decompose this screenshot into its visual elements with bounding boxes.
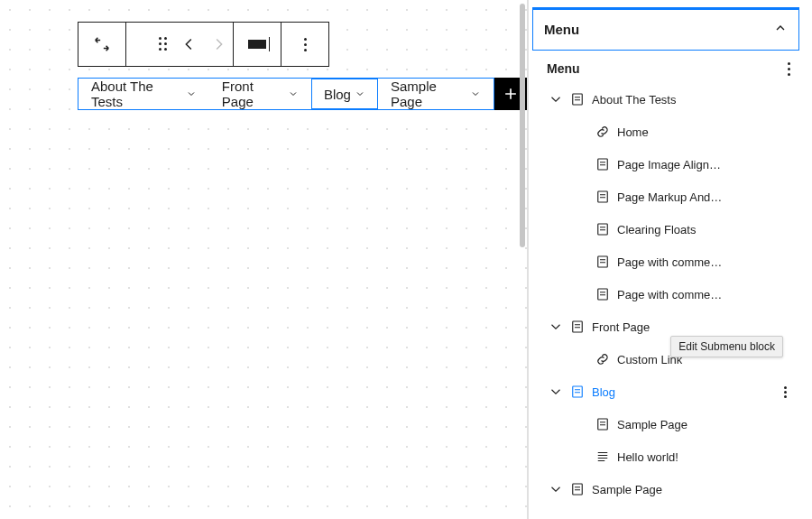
- tree-item[interactable]: About The Tests: [529, 83, 812, 116]
- tree-item-label: Clearing Floats: [614, 223, 794, 236]
- page-icon: [592, 156, 614, 172]
- link-label-button[interactable]: [234, 23, 281, 66]
- tree-item-options-button[interactable]: [776, 386, 794, 398]
- page-icon: [567, 384, 588, 400]
- expand-toggle[interactable]: [545, 481, 567, 497]
- nav-item[interactable]: About The Tests: [78, 79, 209, 109]
- chevron-down-icon: [186, 87, 197, 102]
- expand-toggle[interactable]: [545, 91, 567, 107]
- block-type-icon[interactable]: [78, 23, 125, 66]
- svg-rect-1: [573, 94, 583, 105]
- chevron-down-icon: [355, 87, 365, 102]
- drag-handle[interactable]: [146, 23, 175, 66]
- tree-item-label: Sample Page: [614, 418, 794, 431]
- tree-item-label: Page with comme…: [614, 255, 794, 269]
- expand-toggle[interactable]: [545, 319, 567, 335]
- svg-rect-4: [598, 224, 608, 235]
- link-icon: [592, 124, 614, 140]
- tree-item[interactable]: Sample Page: [529, 473, 812, 505]
- svg-rect-7: [573, 321, 583, 332]
- tree-item-label: About The Tests: [588, 93, 794, 107]
- page-icon: [592, 416, 614, 432]
- tree-item[interactable]: Clearing Floats: [529, 213, 812, 246]
- svg-rect-6: [598, 289, 608, 300]
- tree-item[interactable]: Page with comme…: [529, 246, 812, 278]
- editor-scrollbar[interactable]: [520, 4, 525, 247]
- nav-item-label: Sample Page: [391, 79, 466, 109]
- svg-rect-8: [573, 386, 583, 397]
- panel-section-toggle[interactable]: Menu: [532, 7, 799, 51]
- select-parent-button[interactable]: [126, 23, 146, 66]
- move-left-button[interactable]: [175, 23, 204, 66]
- expand-toggle[interactable]: [545, 384, 567, 400]
- page-icon: [592, 189, 614, 205]
- tree-item-label: Page with comme…: [614, 288, 794, 301]
- tree-item-label: Page Markup And…: [614, 190, 794, 204]
- nav-item-label: About The Tests: [91, 79, 182, 109]
- post-icon: [592, 449, 614, 465]
- panel-subtitle: Menu: [547, 61, 580, 76]
- tree-item[interactable]: Home: [529, 116, 812, 148]
- svg-rect-9: [598, 419, 608, 430]
- block-toolbar: [78, 22, 329, 67]
- tree-item-label: Sample Page: [588, 483, 794, 496]
- navigation-block[interactable]: About The TestsFront PageBlogSample Page: [78, 78, 527, 110]
- panel-subheader: Menu: [529, 51, 812, 79]
- nav-item-label: Blog: [324, 87, 351, 102]
- tree-item[interactable]: Blog: [529, 375, 812, 408]
- nav-item[interactable]: Blog: [311, 79, 378, 109]
- more-options-button[interactable]: [281, 23, 328, 66]
- tree-item-label: Hello world!: [614, 450, 794, 464]
- link-icon: [592, 351, 614, 367]
- settings-panel: Menu Menu About The TestsHomePage Image …: [528, 0, 812, 519]
- chevron-down-icon: [470, 87, 481, 102]
- nav-item-label: Front Page: [222, 79, 284, 109]
- tree-item[interactable]: Hello world!: [529, 440, 812, 473]
- chevron-down-icon: [288, 87, 299, 102]
- tree-item-label: Home: [614, 125, 794, 139]
- svg-rect-3: [598, 191, 608, 202]
- text-cursor-icon: [248, 40, 266, 49]
- page-icon: [567, 91, 588, 107]
- nav-item[interactable]: Sample Page: [378, 79, 494, 109]
- page-icon: [567, 481, 588, 497]
- tree-item[interactable]: Page Markup And…: [529, 181, 812, 213]
- move-right-button[interactable]: [204, 23, 233, 66]
- page-icon: [592, 286, 614, 302]
- svg-rect-10: [573, 484, 583, 495]
- svg-rect-5: [598, 256, 608, 267]
- tree-item[interactable]: Page with comme…: [529, 278, 812, 310]
- page-icon: [567, 319, 588, 335]
- menu-tree: About The TestsHomePage Image Align…Page…: [529, 79, 812, 519]
- tree-item-label: Blog: [588, 385, 776, 399]
- tree-item[interactable]: Sample Page: [529, 408, 812, 440]
- tree-item-label: Page Image Align…: [614, 158, 794, 171]
- chevron-up-icon: [773, 21, 788, 38]
- editor-canvas: About The TestsFront PageBlogSample Page: [0, 0, 528, 519]
- ellipsis-vertical-icon: [304, 38, 307, 51]
- tree-item[interactable]: Page Image Align…: [529, 148, 812, 181]
- menu-options-button[interactable]: [788, 62, 790, 76]
- tree-item-label: Front Page: [588, 320, 794, 334]
- page-icon: [592, 221, 614, 237]
- nav-item[interactable]: Front Page: [209, 79, 311, 109]
- svg-rect-2: [598, 159, 608, 170]
- tooltip: Edit Submenu block: [670, 336, 783, 357]
- panel-title: Menu: [544, 22, 579, 37]
- page-icon: [592, 254, 614, 270]
